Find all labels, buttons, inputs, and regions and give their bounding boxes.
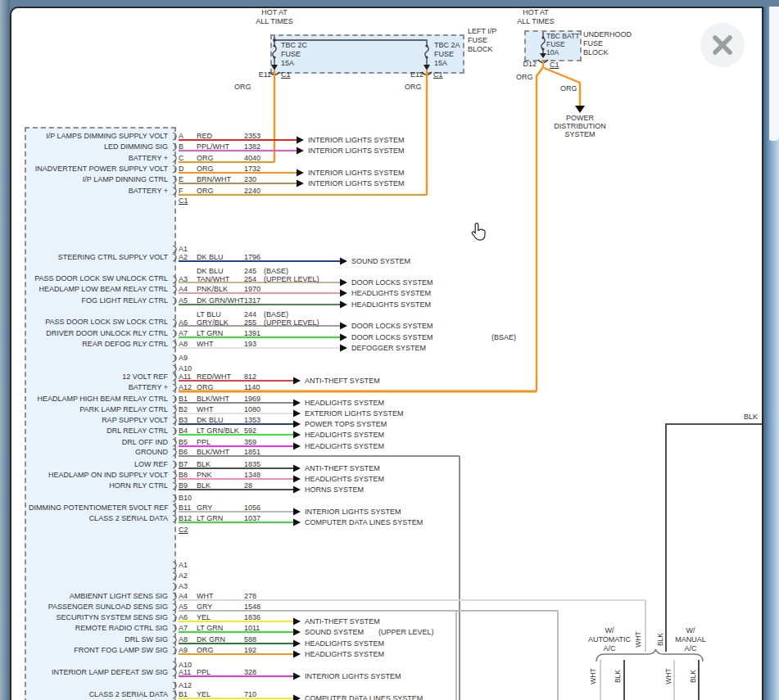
- destination-label: INTERIOR LIGHTS SYSTEM: [308, 169, 405, 177]
- power-distribution-system-label: POWER DISTRIBUTION SYSTEM: [543, 114, 617, 138]
- circuit-number: 254: [244, 275, 256, 283]
- connector-id-c1: C1: [550, 61, 559, 69]
- wire-color-label: LT GRN: [197, 514, 223, 522]
- wire-color-label: LT GRN: [197, 624, 223, 632]
- pin-label: A12: [179, 681, 192, 689]
- pin-label: B8: [179, 471, 188, 479]
- pin-label: B1: [179, 690, 188, 698]
- pin-label: B6: [179, 448, 188, 456]
- circuit-number: 1011: [244, 624, 260, 632]
- pin-label: A4: [179, 592, 188, 600]
- left-signal-label: SECURITYN SYSTEM SENS SIG: [29, 613, 168, 621]
- circuit-number: 1382: [244, 142, 260, 151]
- left-signal-label: HEADLAMP LOW BEAM RELAY CTRL: [29, 285, 168, 293]
- pin-label: A: [179, 132, 183, 140]
- circuit-number: 812: [244, 373, 256, 381]
- pin-label-e12: E12: [284, 70, 423, 79]
- destination-arrow-icon: [293, 377, 301, 385]
- left-signal-label: BATTERY +: [29, 383, 168, 391]
- pin-bracket: [173, 504, 176, 512]
- wire-color-label: DK BLU: [197, 416, 224, 424]
- destination-label: HORNS SYSTEM: [305, 485, 364, 494]
- circuit-number: 1970: [244, 285, 260, 293]
- pin-bracket: [173, 355, 176, 362]
- destination-label: DOOR LOCKS SYSTEM: [351, 278, 433, 287]
- wire-color-label: PNK: [197, 471, 212, 479]
- wire-color-label: ORG: [197, 383, 214, 391]
- pin-bracket: [173, 603, 176, 611]
- pin-bracket: [173, 133, 176, 140]
- circuit-number: 359: [244, 438, 256, 446]
- hot-at-all-times-label: HOT AT ALL TIMES: [246, 8, 303, 26]
- pin-label: A9: [179, 354, 188, 362]
- destination-label: INTERIOR LIGHTS SYSTEM: [308, 179, 405, 187]
- pin-label: B3: [179, 416, 188, 424]
- pin-bracket: [173, 562, 176, 569]
- wire-color-label: GRY: [197, 504, 212, 512]
- left-signal-label: HEADLAMP HIGH BEAM RELAY CTRL: [29, 395, 168, 403]
- pin-label: A4: [179, 285, 188, 293]
- destination-label: HEADLIGHTS SYSTEM: [305, 399, 384, 407]
- pin-bracket: [173, 669, 176, 676]
- wire-color-label: DK GRN/WHT: [197, 296, 244, 305]
- pin-bracket: [173, 472, 176, 479]
- pin-label: B12: [179, 514, 192, 522]
- wire-color-label-wht-vertical: WHT: [664, 664, 673, 689]
- scrollbar[interactable]: [763, 7, 779, 700]
- pin-label: B10: [179, 494, 192, 502]
- circuit-number: 1851: [244, 448, 260, 456]
- pin-label: A1: [179, 561, 188, 569]
- wire-color-label: BLK: [197, 460, 211, 468]
- scrollbar-thumb[interactable]: [769, 7, 779, 141]
- hot-at-all-times-label: HOT AT ALL TIMES: [507, 8, 564, 26]
- close-icon: [700, 23, 745, 67]
- underhood-fuse-block-label: UNDERHOOD FUSE BLOCK: [583, 30, 632, 57]
- circuit-number: 230: [244, 175, 256, 183]
- destination-arrow-icon: [340, 334, 347, 341]
- destination-label: SOUND SYSTEM: [305, 628, 364, 636]
- destination-label: HEADLIGHTS SYSTEM: [305, 650, 384, 658]
- wire-color-label-org: ORG: [516, 73, 533, 81]
- pin-label: A8: [179, 635, 188, 644]
- wire-color-label-wht-vertical: WHT: [589, 664, 597, 689]
- wire-color-label: RED: [197, 132, 212, 140]
- left-signal-label: FOG LIGHT RELAY CTRL: [29, 296, 168, 305]
- destination-arrow-icon: [293, 695, 301, 700]
- wire-color-label: RED/WHT: [197, 373, 231, 381]
- wiring-diagram-canvas: HOT AT ALL TIMES TBC 2C FUSE 15A TBC 2A …: [0, 0, 779, 700]
- circuit-number: 1732: [244, 165, 260, 173]
- pin-label: A5: [179, 296, 188, 305]
- destination-arrow-icon: [293, 465, 301, 472]
- pin-bracket: [173, 636, 176, 644]
- circuit-number: 1391: [244, 329, 260, 337]
- left-signal-label: I/P LAMP DINNING CTRL: [29, 175, 168, 183]
- left-signal-label: 12 VOLT REF: [29, 373, 168, 381]
- pin-bracket: [173, 662, 176, 669]
- left-signal-label: LED DIMMING SIG: [29, 142, 168, 151]
- pin-label: A7: [179, 624, 188, 632]
- pin-label: E: [179, 175, 183, 183]
- destination-arrow-icon: [293, 629, 301, 636]
- pin-label: B4: [179, 427, 188, 435]
- left-signal-label: STEERING CTRL SUPPLY VOLT: [29, 253, 168, 261]
- pin-bracket: [173, 495, 176, 502]
- destination-arrow-icon: [293, 431, 301, 439]
- pin-bracket: [173, 187, 176, 195]
- destination-arrow-icon: [340, 345, 347, 352]
- left-signal-label: INADVERTENT POWER SUPPLY VOLT: [29, 165, 168, 173]
- connector-id-label: C2: [179, 526, 188, 534]
- close-button[interactable]: [700, 23, 745, 67]
- circuit-number: 2353: [244, 132, 260, 140]
- pin-label: A6: [179, 318, 188, 327]
- destination-label: HEADLIGHTS SYSTEM: [351, 289, 431, 297]
- pin-bracket: [173, 625, 176, 632]
- destination-label: DOOR LOCKS SYSTEM: [351, 322, 433, 330]
- power-distribution-arrow-icon: [575, 106, 585, 113]
- left-signal-label: REMOTE RADIO CTRL SIG: [29, 624, 168, 632]
- destination-label: ANTI-THEFT SYSTEM: [305, 377, 380, 385]
- pin-label: A5: [179, 603, 188, 611]
- circuit-number: 1353: [244, 416, 260, 424]
- circuit-number: 1348: [244, 471, 260, 479]
- wire-color-label: LT GRN: [197, 329, 223, 337]
- circuit-number: 1796: [244, 253, 260, 261]
